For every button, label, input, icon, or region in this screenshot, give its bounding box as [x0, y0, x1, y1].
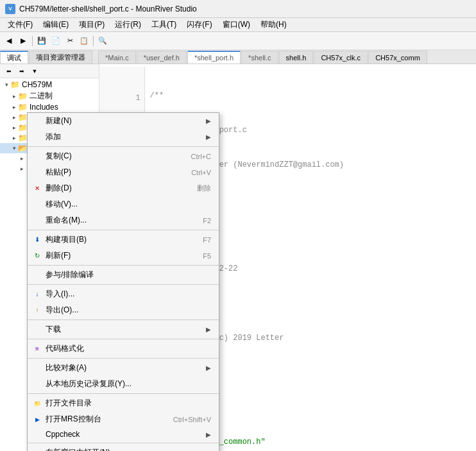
ctx-sep-8	[28, 393, 219, 394]
tab-editor-user-def[interactable]: *user_def.h	[137, 51, 187, 64]
ctx-import[interactable]: ↓ 导入(I)...	[28, 286, 219, 302]
toolbar-btn-search[interactable]: 🔍	[96, 35, 109, 47]
tab-editor-shell-h[interactable]: shell.h	[279, 51, 314, 64]
tab-editor-ch57x-comm[interactable]: CH57x_comm	[368, 51, 427, 64]
tree-root-label: CH579M	[22, 80, 52, 89]
ctx-add[interactable]: 添加 ▶	[28, 129, 219, 145]
toolbar-sep-1	[32, 36, 33, 46]
ctx-codeformat[interactable]: ≡ 代码格式化	[28, 341, 219, 357]
ctx-sep-7	[28, 358, 219, 359]
toolbar-btn-1[interactable]: ◀	[3, 35, 15, 47]
sidebar-toolbar: ⬅ ➡ ▼	[0, 64, 99, 78]
ctx-new[interactable]: 新建(N) ▶	[28, 113, 219, 129]
ctx-delete-label: 删除(D)	[46, 183, 184, 194]
tree-arrow-includes: ▸	[10, 104, 18, 110]
tab-project-manager[interactable]: 项目资源管理器	[29, 51, 92, 64]
toolbar-sep-2	[93, 36, 94, 46]
tree-root[interactable]: ▾ 📁 CH579M	[0, 80, 99, 90]
tree-arrow-cmsis: ▸	[10, 114, 18, 121]
tree-item-binary[interactable]: ▸ 📁 二进制	[0, 90, 99, 102]
ctx-copy-shortcut: Ctrl+C	[191, 153, 211, 160]
toolbar-btn-5[interactable]: ✂	[64, 35, 76, 47]
ctx-cppcheck[interactable]: Cppcheck ▶	[28, 427, 219, 441]
toolbar-btn-6[interactable]: 📋	[78, 35, 90, 47]
ctx-rename[interactable]: 重命名(M)... F2	[28, 212, 219, 228]
ctx-new-arrow: ▶	[206, 117, 211, 124]
toolbar-btn-2[interactable]: ▶	[17, 35, 30, 47]
ctx-import-icon: ↓	[33, 290, 42, 299]
tree-label-includes: Includes	[30, 103, 58, 112]
menu-item-run[interactable]: 运行(R)	[110, 18, 146, 31]
ctx-download[interactable]: 下载 ▶	[28, 321, 219, 337]
app-icon: V	[5, 4, 15, 14]
toolbar-btn-3[interactable]: 💾	[35, 35, 48, 47]
ctx-copy[interactable]: 复制(C) Ctrl+C	[28, 148, 219, 164]
ctx-sep-9	[28, 443, 219, 443]
ctx-refresh-shortcut: F5	[203, 252, 211, 260]
ctx-new-label: 新建(N)	[46, 115, 206, 126]
ctx-rename-label: 重命名(M)...	[46, 215, 190, 226]
ctx-open-mrs[interactable]: ▶ 打开MRS控制台 Ctrl+Shift+V	[28, 411, 219, 427]
sidebar-collapse-btn[interactable]: ⬅	[3, 65, 15, 78]
toolbar-btn-4[interactable]: 📄	[49, 35, 62, 47]
tab-editor-ch57x-clk[interactable]: CH57x_clk.c	[314, 51, 368, 64]
ctx-exclude[interactable]: 参与/排除编译	[28, 267, 219, 283]
ctx-open-folder[interactable]: 📁 打开文件目录	[28, 395, 219, 411]
ctx-export-label: 导出(O)...	[46, 305, 211, 316]
menu-item-help[interactable]: 帮助(H)	[255, 18, 292, 31]
tree-icon-stdperiph: 📁	[18, 133, 28, 142]
ctx-build[interactable]: ⬇ 构建项目(B) F7	[28, 232, 219, 248]
ctx-open-folder-label: 打开文件目录	[46, 398, 211, 409]
app-title: CH579M/letter-shell/shell_port.c - MounR…	[19, 4, 197, 13]
menu-item-file[interactable]: 文件(F)	[3, 18, 38, 31]
ctx-sep-3	[28, 265, 219, 266]
ctx-paste-label: 粘贴(P)	[46, 167, 178, 178]
tree-arrow-src: ▸	[18, 155, 26, 162]
tab-editor-main-c[interactable]: *Main.c	[98, 51, 136, 64]
tab-editor-shell-c[interactable]: *shell.c	[241, 51, 278, 64]
ctx-build-shortcut: F7	[203, 236, 211, 244]
menu-item-edit[interactable]: 编辑(E)	[38, 18, 74, 31]
ctx-move[interactable]: 移动(V)...	[28, 196, 219, 212]
tree-item-includes[interactable]: ▸ 📁 Includes	[0, 102, 99, 112]
title-bar: V CH579M/letter-shell/shell_port.c - Mou…	[0, 0, 476, 18]
menu-item-window[interactable]: 窗口(W)	[217, 18, 255, 31]
ctx-restore-label: 从本地历史记录复原(Y)...	[46, 379, 211, 389]
ctx-compare[interactable]: 比较对象(A) ▶	[28, 360, 219, 376]
ctx-open-new-window[interactable]: 在新窗口中打开(N)	[28, 445, 219, 451]
ctx-add-arrow: ▶	[206, 133, 211, 140]
ctx-copy-label: 复制(C)	[46, 151, 178, 162]
ctx-open-mrs-icon: ▶	[33, 415, 42, 424]
tree-icon-cmsis: 📁	[18, 113, 28, 122]
tab-editor-shell-port-h[interactable]: *shell_port.h	[187, 51, 241, 64]
ctx-cppcheck-arrow: ▶	[206, 431, 211, 438]
ctx-refresh[interactable]: ↻ 刷新(F) F5	[28, 248, 219, 264]
menu-bar: 文件(F)编辑(E)项目(P)运行(R)工具(T)闪存(F)窗口(W)帮助(H)	[0, 18, 476, 32]
ctx-build-label: 构建项目(B)	[46, 234, 190, 245]
ctx-open-new-window-label: 在新窗口中打开(N)	[46, 447, 211, 451]
menu-item-project[interactable]: 项目(P)	[74, 18, 110, 31]
sidebar-expand-btn[interactable]: ➡	[15, 65, 28, 78]
ctx-restore[interactable]: 从本地历史记录复原(Y)...	[28, 376, 219, 392]
tree-root-arrow: ▾	[3, 81, 10, 88]
ctx-codeformat-label: 代码格式化	[46, 343, 211, 354]
ctx-rename-shortcut: F2	[203, 217, 211, 225]
sidebar-menu-btn[interactable]: ▼	[28, 65, 41, 78]
menu-item-tools[interactable]: 工具(T)	[146, 18, 182, 31]
ctx-download-label: 下载	[46, 324, 206, 335]
ctx-export[interactable]: ↑ 导出(O)...	[28, 302, 219, 318]
ctx-sep-6	[28, 339, 219, 339]
tree-root-icon: 📁	[10, 80, 20, 89]
ctx-open-mrs-shortcut: Ctrl+Shift+V	[173, 416, 211, 423]
ctx-exclude-label: 参与/排除编译	[46, 269, 211, 280]
ctx-paste[interactable]: 粘贴(P) Ctrl+V	[28, 164, 219, 180]
ctx-delete[interactable]: ✕ 删除(D) 删除	[28, 180, 219, 196]
ctx-compare-label: 比较对象(A)	[46, 362, 206, 373]
menu-item-flash[interactable]: 闪存(F)	[182, 18, 217, 31]
ctx-download-arrow: ▶	[206, 326, 211, 333]
tree-arrow-stdperiph: ▸	[10, 135, 18, 141]
tree-icon-includes: 📁	[18, 103, 28, 112]
tab-debug[interactable]: 调试	[0, 51, 28, 64]
ctx-add-label: 添加	[46, 132, 206, 142]
tree-arrow-ob: ▸	[18, 166, 26, 172]
